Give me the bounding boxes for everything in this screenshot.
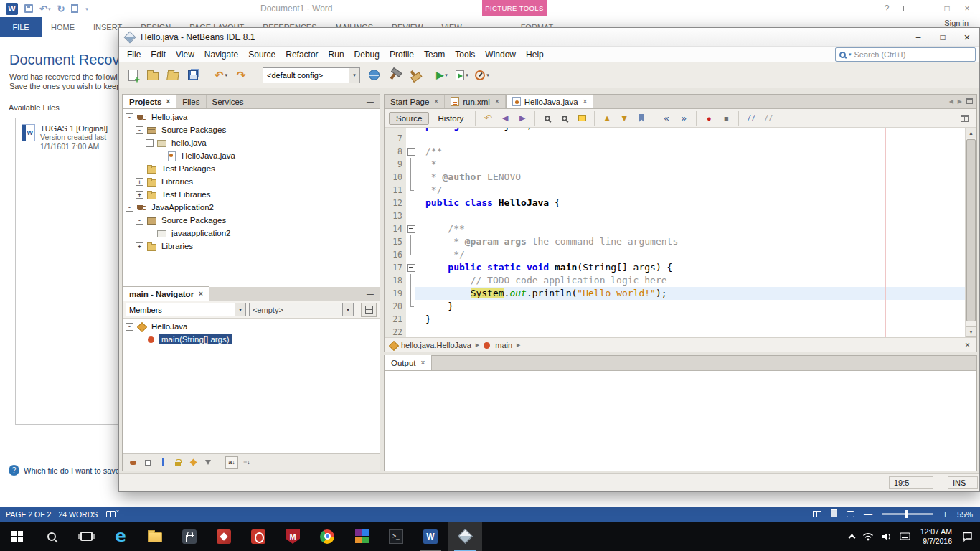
project-tree-item-hello-java[interactable]: -Hello.java bbox=[123, 110, 380, 123]
sort-alphabetically-icon[interactable]: a↓ bbox=[225, 456, 238, 469]
page-indicator[interactable]: PAGE 2 OF 2 bbox=[6, 510, 51, 519]
find-next-occurrence-icon[interactable] bbox=[557, 110, 573, 126]
menu-window[interactable]: Window bbox=[480, 50, 521, 60]
project-tree-item-libraries[interactable]: +Libraries bbox=[123, 175, 380, 188]
back-icon[interactable]: ◀ bbox=[497, 110, 513, 126]
read-mode-button[interactable] bbox=[813, 510, 821, 519]
expander-icon[interactable]: - bbox=[126, 204, 133, 212]
code-line[interactable]: 22 bbox=[385, 326, 976, 337]
menu-run[interactable]: Run bbox=[324, 50, 349, 60]
close-tab-icon[interactable]: × bbox=[199, 290, 203, 298]
code-line[interactable]: 7 bbox=[385, 132, 976, 145]
project-tree-item-source-packages[interactable]: -Source Packages bbox=[123, 123, 380, 136]
menu-navigate[interactable]: Navigate bbox=[199, 50, 243, 60]
shift-left-icon[interactable]: « bbox=[659, 110, 674, 126]
open-project-button[interactable] bbox=[164, 66, 182, 85]
project-tree-item-hellojava-java[interactable]: HelloJava.java bbox=[123, 149, 380, 162]
taskbar-word-button[interactable]: W bbox=[413, 522, 448, 551]
build-project-button[interactable] bbox=[385, 66, 403, 85]
code-line[interactable]: 11 */ bbox=[385, 184, 976, 197]
editor-tab-run-xml[interactable]: run.xml× bbox=[445, 95, 506, 108]
panel-tab-services[interactable]: Services bbox=[207, 95, 250, 108]
taskbar-search-button[interactable] bbox=[34, 522, 69, 551]
project-tree-item-javaapplication2[interactable]: -JavaApplication2 bbox=[123, 201, 380, 214]
profile-project-button[interactable]: ▾ bbox=[473, 66, 491, 85]
project-tree-item-test-libraries[interactable]: +Test Libraries bbox=[123, 188, 380, 201]
project-tree-item-test-packages[interactable]: Test Packages bbox=[123, 162, 380, 175]
fold-indicator[interactable] bbox=[406, 222, 415, 235]
qat-customize-icon[interactable]: ▾ bbox=[85, 6, 88, 11]
taskbar-store-button[interactable] bbox=[172, 522, 207, 551]
scroll-tabs-right-icon[interactable]: ▶ bbox=[958, 98, 962, 105]
split-editor-icon[interactable] bbox=[956, 110, 972, 126]
taskbar-adobe-app-button[interactable] bbox=[241, 522, 275, 551]
taskbar-netbeans-button[interactable] bbox=[448, 522, 482, 551]
debug-project-button[interactable]: ▾ bbox=[453, 66, 471, 85]
netbeans-maximize-button[interactable]: □ bbox=[930, 28, 955, 46]
repeat-icon[interactable]: ↻ bbox=[57, 4, 65, 14]
breadcrumb-item[interactable]: hello.java.HelloJava bbox=[400, 341, 473, 349]
expander-icon[interactable]: - bbox=[146, 139, 154, 147]
code-line[interactable]: 17 public static void main(String[] args… bbox=[385, 261, 976, 274]
recovery-footer-link[interactable]: ? Which file do I want to save? bbox=[9, 465, 124, 476]
navigator-tab[interactable]: main - Navigator × bbox=[123, 286, 209, 301]
scrollbar-thumb[interactable] bbox=[966, 139, 976, 321]
code-line[interactable]: 16 */ bbox=[385, 248, 976, 261]
dropdown-caret-icon[interactable]: ▾ bbox=[466, 72, 468, 78]
breadcrumb-close-icon[interactable]: × bbox=[965, 340, 973, 350]
panel-tab-files[interactable]: Files bbox=[176, 95, 206, 108]
search-caret-icon[interactable]: ▾ bbox=[849, 52, 852, 57]
filter-static-icon[interactable] bbox=[156, 456, 169, 469]
zoom-level[interactable]: 55% bbox=[957, 510, 973, 519]
dropdown-caret-icon[interactable]: ▾ bbox=[486, 72, 489, 78]
taskbar-command-prompt-button[interactable]: >_ bbox=[379, 522, 413, 551]
netbeans-titlebar[interactable]: Hello.java - NetBeans IDE 8.1 – □ × bbox=[119, 28, 979, 47]
dropdown-caret-icon[interactable]: ▾ bbox=[445, 72, 448, 78]
menu-tools[interactable]: Tools bbox=[450, 50, 480, 60]
project-tree-item-hello-java[interactable]: -hello.java bbox=[123, 136, 380, 149]
code-line[interactable]: 21} bbox=[385, 313, 976, 326]
print-layout-button[interactable] bbox=[831, 509, 837, 519]
stop-macro-recording-icon[interactable]: ■ bbox=[718, 110, 734, 126]
panel-tab-projects[interactable]: Projects× bbox=[123, 94, 176, 108]
menu-profile[interactable]: Profile bbox=[385, 50, 419, 60]
scroll-down-icon[interactable]: ▼ bbox=[966, 326, 976, 337]
sort-by-source-icon[interactable]: ≡↓ bbox=[240, 456, 253, 469]
netbeans-minimize-button[interactable]: – bbox=[906, 28, 930, 46]
navigator-minimize-icon[interactable]: — bbox=[361, 290, 380, 298]
expander-icon[interactable]: + bbox=[136, 242, 143, 250]
scroll-up-icon[interactable]: ▲ bbox=[966, 128, 976, 138]
comment-icon[interactable]: // bbox=[743, 110, 759, 126]
menu-view[interactable]: View bbox=[171, 50, 199, 60]
toggle-highlight-icon[interactable] bbox=[574, 110, 590, 126]
sign-in-link[interactable]: Sign in bbox=[944, 19, 969, 27]
navigator-sort-button[interactable] bbox=[361, 303, 377, 317]
taskbar-chrome-button[interactable] bbox=[310, 522, 344, 551]
volume-icon[interactable] bbox=[882, 532, 892, 541]
members-dropdown[interactable]: Members ▾ bbox=[126, 303, 246, 316]
web-layout-button[interactable] bbox=[847, 510, 854, 519]
project-tree-item-libraries[interactable]: +Libraries bbox=[123, 240, 380, 253]
code-line[interactable]: 8/** bbox=[385, 145, 976, 158]
editor-tab-start-page[interactable]: Start Page× bbox=[385, 95, 445, 108]
taskbar-red-app-button[interactable] bbox=[207, 522, 241, 551]
shift-right-icon[interactable]: » bbox=[676, 110, 692, 126]
fold-indicator[interactable] bbox=[406, 145, 415, 158]
menu-help[interactable]: Help bbox=[521, 50, 549, 60]
history-view-button[interactable]: History bbox=[430, 112, 471, 125]
start-macro-recording-icon[interactable]: ● bbox=[701, 110, 717, 126]
run-configuration-dropdown[interactable]: <default config> ▾ bbox=[263, 67, 360, 83]
project-tree-item-javaapplication2[interactable]: javaapplication2 bbox=[123, 227, 380, 240]
navigator-item-main-string-args[interactable]: main(String[] args) bbox=[123, 333, 380, 346]
find-selection-icon[interactable] bbox=[540, 110, 555, 126]
deploy-button[interactable] bbox=[364, 66, 383, 85]
word-close-button[interactable]: × bbox=[957, 4, 977, 14]
code-editor[interactable]: 6package hello.java;78/**9 *10 * @author… bbox=[385, 128, 976, 337]
menu-edit[interactable]: Edit bbox=[146, 50, 171, 60]
project-tree-item-source-packages[interactable]: -Source Packages bbox=[123, 214, 380, 227]
hidden-icons-chevron[interactable] bbox=[848, 534, 855, 541]
code-line[interactable]: 14 /** bbox=[385, 222, 976, 235]
menu-file[interactable]: File bbox=[122, 50, 146, 60]
filter-bean-icon[interactable] bbox=[126, 456, 139, 469]
filter-non-public-icon[interactable] bbox=[171, 456, 184, 469]
